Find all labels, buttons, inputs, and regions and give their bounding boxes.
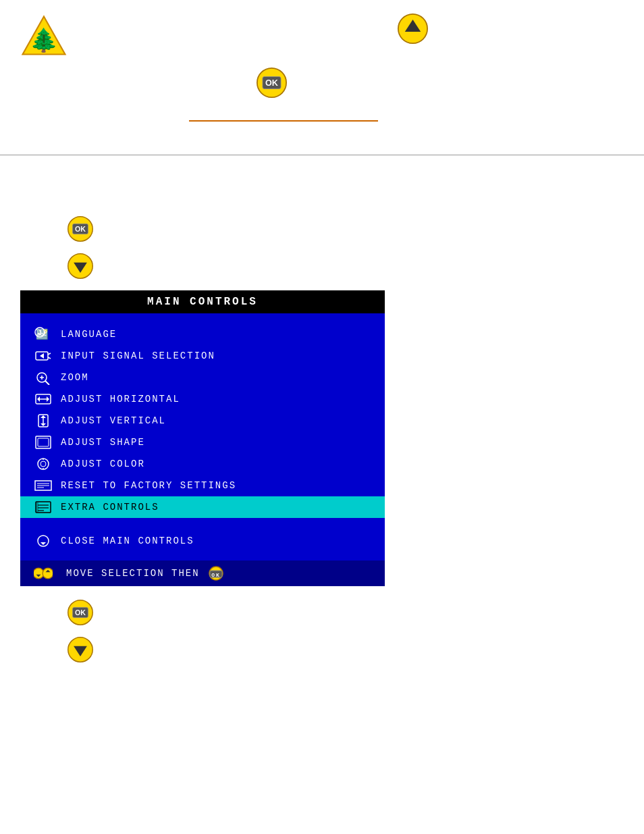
vertical-icon <box>34 413 53 428</box>
svg-text:OK: OK <box>75 608 86 617</box>
bottom-bar: MOVE SELECTION THEN OK <box>20 561 385 586</box>
color-icon <box>34 457 53 471</box>
menu-item-color-label: ADJUST COLOR <box>61 459 145 469</box>
svg-line-23 <box>45 381 49 385</box>
svg-marker-32 <box>41 415 46 418</box>
svg-text:OK: OK <box>265 78 278 88</box>
svg-marker-28 <box>37 396 40 402</box>
menu-body: ð 🔤 JP ? LANGUAGE INPUT SIGNAL SELEC <box>20 313 385 586</box>
svg-marker-21 <box>40 353 44 359</box>
extra-icon <box>34 500 53 515</box>
menu-item-horizontal[interactable]: ADJUST HORIZONTAL <box>34 388 371 410</box>
svg-text:!: ! <box>41 31 47 50</box>
svg-point-37 <box>41 461 46 467</box>
svg-point-53 <box>43 568 53 579</box>
zoom-icon <box>34 370 53 385</box>
menu-item-shape-label: ADJUST SHAPE <box>61 437 145 448</box>
menu-item-extra[interactable]: EXTRA CONTROLS <box>20 496 385 518</box>
menu-item-language[interactable]: ð 🔤 JP ? LANGUAGE <box>34 323 371 345</box>
input-icon <box>34 348 53 363</box>
language-icon: ð 🔤 JP ? <box>34 327 53 342</box>
svg-point-36 <box>38 459 49 469</box>
close-row[interactable]: CLOSE MAIN CONTROLS <box>34 528 371 554</box>
middle-section: OK <box>0 155 644 290</box>
svg-marker-50 <box>41 542 46 545</box>
close-icon <box>34 533 53 548</box>
down-arrow-bottom <box>68 637 93 662</box>
menu-item-horizontal-label: ADJUST HORIZONTAL <box>61 394 180 405</box>
main-controls-menu: MAIN CONTROLS ð 🔤 JP ? LANGUAGE <box>20 290 385 586</box>
move-arrows-icon <box>34 566 53 581</box>
svg-text:OK: OK <box>211 572 221 578</box>
close-label: CLOSE MAIN CONTROLS <box>61 536 194 546</box>
ok-inline-icon: OK <box>205 566 227 581</box>
ok-button-bottom: OK <box>68 600 93 625</box>
svg-rect-48 <box>36 502 38 513</box>
reset-icon <box>34 478 53 493</box>
svg-marker-29 <box>47 396 49 402</box>
menu-item-zoom-label: ZOOM <box>61 372 89 383</box>
bottom-section: OK <box>0 586 644 667</box>
menu-item-shape[interactable]: ADJUST SHAPE <box>34 432 371 453</box>
menu-item-reset-label: RESET TO FACTORY SETTINGS <box>61 480 236 491</box>
menu-item-input-label: INPUT SIGNAL SELECTION <box>61 350 215 361</box>
bottom-bar-label: MOVE SELECTION THEN <box>66 568 200 579</box>
svg-text:OK: OK <box>75 225 86 233</box>
ok-button-top: OK <box>257 68 287 98</box>
horizontal-icon <box>34 392 53 407</box>
menu-item-zoom[interactable]: ZOOM <box>34 367 371 388</box>
warning-icon: 🌲 ! <box>20 14 68 61</box>
underline-link <box>189 120 378 122</box>
svg-text:?: ? <box>44 329 49 336</box>
down-arrow-mid <box>68 253 93 279</box>
menu-title: MAIN CONTROLS <box>20 290 385 313</box>
svg-marker-33 <box>41 423 46 426</box>
shape-icon <box>34 435 53 450</box>
menu-separator <box>34 518 371 528</box>
menu-item-vertical[interactable]: ADJUST VERTICAL <box>34 410 371 432</box>
menu-item-input[interactable]: INPUT SIGNAL SELECTION <box>34 345 371 367</box>
ok-button-mid: OK <box>68 216 93 242</box>
up-arrow-icon <box>398 14 428 44</box>
menu-item-language-label: LANGUAGE <box>61 329 117 340</box>
menu-item-color[interactable]: ADJUST COLOR <box>34 453 371 475</box>
menu-item-vertical-label: ADJUST VERTICAL <box>61 415 166 426</box>
menu-item-reset[interactable]: RESET TO FACTORY SETTINGS <box>34 475 371 496</box>
svg-rect-35 <box>38 438 49 446</box>
menu-item-extra-label: EXTRA CONTROLS <box>61 502 159 513</box>
